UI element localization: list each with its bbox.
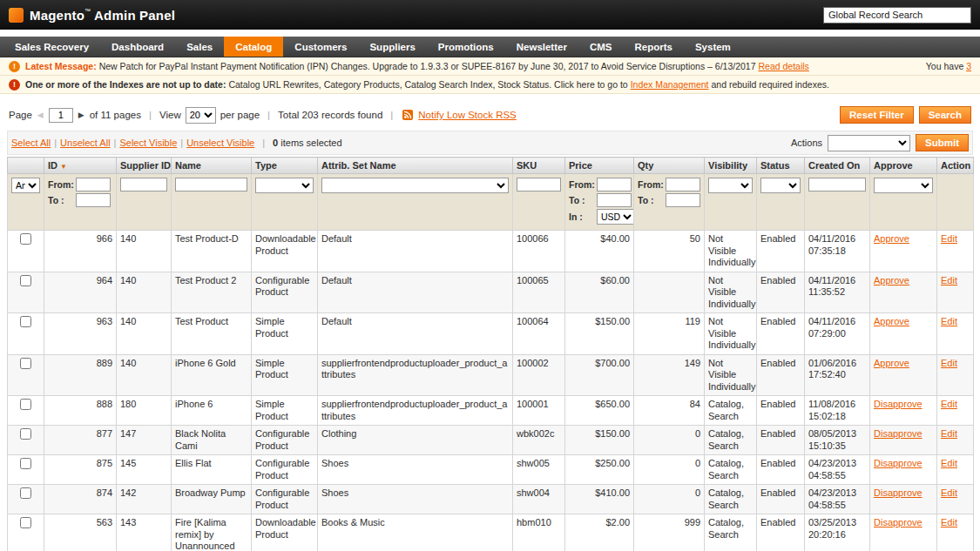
filter-price-currency-select[interactable]: USD — [597, 209, 634, 225]
column-header-id[interactable]: ID▼ — [44, 158, 117, 174]
selection-separator: | — [114, 138, 117, 148]
filter-approve-select[interactable] — [874, 178, 933, 193]
selection-link-unselect-all[interactable]: Unselect All — [60, 138, 110, 148]
column-header-visibility[interactable]: Visibility — [705, 158, 757, 174]
column-header-sku[interactable]: SKU — [513, 158, 565, 174]
actions-select[interactable] — [828, 135, 910, 151]
column-header-checkbox — [8, 158, 44, 174]
notification-count-link[interactable]: 3 — [966, 61, 971, 71]
row-checkbox[interactable] — [20, 233, 31, 245]
filter-id-to[interactable] — [76, 193, 111, 207]
submit-button[interactable]: Submit — [916, 134, 969, 151]
nav-item-customers[interactable]: Customers — [283, 37, 358, 57]
selection-link-unselect-visible[interactable]: Unselect Visible — [186, 138, 254, 148]
disapprove-link[interactable]: Disapprove — [874, 517, 923, 527]
filter-id-from[interactable] — [76, 178, 111, 192]
reset-filter-button[interactable]: Reset Filter — [840, 106, 914, 124]
nav-item-promotions[interactable]: Promotions — [427, 37, 505, 57]
search-button[interactable]: Search — [919, 106, 971, 124]
filter-attrib-set-select[interactable] — [321, 178, 509, 193]
edit-link[interactable]: Edit — [941, 487, 957, 498]
per-page-select[interactable]: 20 — [186, 107, 216, 124]
column-header-created-on[interactable]: Created On — [805, 158, 870, 174]
cell-checkbox — [8, 485, 44, 514]
filter-status-select[interactable] — [760, 178, 801, 193]
cell-attrib-set: Default — [318, 272, 513, 313]
edit-link[interactable]: Edit — [941, 428, 957, 439]
filter-created-on[interactable] — [808, 178, 866, 192]
nav-item-reports[interactable]: Reports — [623, 37, 683, 57]
edit-link[interactable]: Edit — [941, 233, 957, 244]
column-header-qty[interactable]: Qty — [634, 158, 705, 174]
row-checkbox[interactable] — [20, 275, 31, 286]
nav-item-cms[interactable]: CMS — [578, 37, 624, 57]
column-header-price[interactable]: Price — [565, 158, 634, 174]
row-checkbox[interactable] — [20, 517, 31, 528]
mass-select-any[interactable]: Any — [11, 178, 40, 193]
approve-link[interactable]: Approve — [874, 233, 909, 244]
main-nav: Sales RecoveryDashboardSalesCatalogCusto… — [0, 37, 980, 57]
row-checkbox[interactable] — [20, 399, 31, 410]
row-checkbox[interactable] — [20, 316, 31, 327]
cell-supplier-id: 140 — [117, 231, 172, 272]
page-input[interactable] — [49, 108, 73, 123]
nav-item-sales[interactable]: Sales — [175, 37, 224, 57]
nav-item-suppliers[interactable]: Suppliers — [358, 37, 426, 57]
column-header-type[interactable]: Type — [252, 158, 318, 174]
nav-item-sales-recovery[interactable]: Sales Recovery — [3, 37, 100, 57]
edit-link[interactable]: Edit — [941, 458, 957, 468]
cell-checkbox — [8, 455, 44, 485]
row-checkbox[interactable] — [20, 458, 31, 469]
column-header-supplier-id[interactable]: Supplier ID — [117, 158, 172, 174]
edit-link[interactable]: Edit — [941, 399, 957, 409]
index-management-link[interactable]: Index Management — [631, 79, 709, 90]
row-checkbox[interactable] — [20, 358, 31, 369]
disapprove-link[interactable]: Disapprove — [874, 458, 923, 468]
selection-link-select-all[interactable]: Select All — [11, 138, 51, 148]
cell-supplier-id: 140 — [117, 313, 172, 355]
notify-low-stock-rss-link[interactable]: Notify Low Stock RSS — [418, 110, 516, 120]
edit-link[interactable]: Edit — [941, 358, 957, 368]
approve-link[interactable]: Approve — [874, 358, 909, 368]
product-row-874: 874142Broadway PumpConfigurable ProductS… — [8, 485, 974, 514]
cell-sku: 100066 — [513, 231, 565, 272]
filter-visibility-select[interactable] — [708, 178, 753, 193]
column-header-approve[interactable]: Approve — [870, 158, 937, 174]
filter-price-to[interactable] — [597, 193, 632, 207]
filter-name[interactable] — [175, 178, 247, 192]
cell-id: 563 — [44, 514, 117, 551]
column-header-name[interactable]: Name — [172, 158, 252, 174]
approve-link[interactable]: Approve — [874, 316, 909, 326]
next-page-button[interactable]: ▶ — [78, 111, 85, 119]
disapprove-link[interactable]: Disapprove — [874, 487, 923, 498]
nav-item-newsletter[interactable]: Newsletter — [505, 37, 578, 57]
disapprove-link[interactable]: Disapprove — [874, 399, 923, 409]
edit-link[interactable]: Edit — [941, 275, 957, 286]
disapprove-link[interactable]: Disapprove — [874, 428, 923, 439]
filter-qty-from[interactable] — [666, 178, 700, 192]
view-label: View — [159, 110, 181, 120]
edit-link[interactable]: Edit — [941, 517, 957, 527]
column-header-action[interactable]: Action — [937, 158, 974, 174]
read-details-link[interactable]: Read details — [758, 61, 808, 71]
row-checkbox[interactable] — [20, 428, 31, 440]
cell-name: iPhone 6 — [172, 396, 252, 426]
filter-cell-supplier-id — [117, 174, 172, 231]
cell-price: $410.00 — [565, 485, 634, 514]
filter-type-select[interactable] — [255, 178, 314, 193]
filter-qty-to[interactable] — [666, 193, 700, 207]
approve-link[interactable]: Approve — [874, 275, 909, 286]
filter-sku[interactable] — [517, 178, 561, 192]
nav-item-dashboard[interactable]: Dashboard — [100, 37, 175, 57]
previous-page-button[interactable]: ◀ — [37, 111, 44, 119]
column-header-attrib-set-name[interactable]: Attrib. Set Name — [318, 158, 513, 174]
nav-item-catalog[interactable]: Catalog — [224, 37, 283, 57]
selection-link-select-visible[interactable]: Select Visible — [119, 138, 177, 148]
edit-link[interactable]: Edit — [941, 316, 957, 326]
row-checkbox[interactable] — [20, 487, 31, 499]
filter-price-from[interactable] — [597, 178, 632, 192]
nav-item-system[interactable]: System — [684, 37, 742, 57]
global-search-input[interactable] — [823, 7, 971, 24]
column-header-status[interactable]: Status — [757, 158, 805, 174]
filter-supplier-id[interactable] — [120, 178, 167, 192]
